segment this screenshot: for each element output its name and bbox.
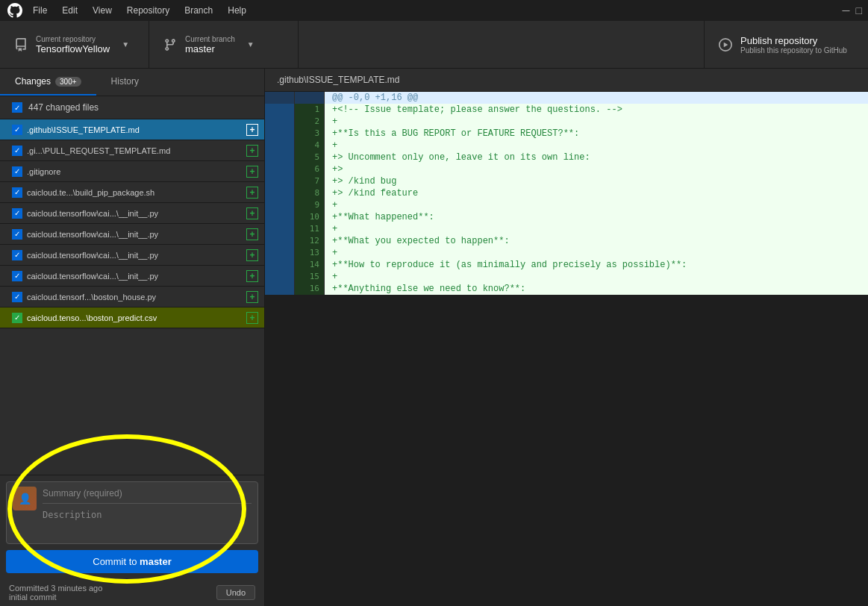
- diff-file-path: .github\ISSUE_TEMPLATE.md: [277, 75, 400, 85]
- add-badge: +: [246, 207, 258, 219]
- diff-line-content: +: [325, 223, 868, 235]
- select-all-checkbox[interactable]: ✓: [12, 102, 22, 113]
- diff-line-content: +**Is this a BUG REPORT or FEATURE REQUE…: [325, 128, 868, 140]
- diff-line-content: +**What you expected to happen**:: [325, 235, 868, 247]
- diff-line-content: +: [325, 140, 868, 152]
- add-badge: +: [246, 228, 258, 240]
- diff-line: 13+: [265, 247, 868, 259]
- file-checkbox[interactable]: ✓: [12, 229, 22, 240]
- left-footer: Committed 3 minutes ago initial commit U…: [0, 579, 264, 606]
- publish-label: Publish repository: [740, 35, 847, 46]
- diff-line-num-new: 5: [295, 152, 325, 163]
- menu-help[interactable]: Help: [222, 3, 252, 18]
- diff-line-content: +<!-- Issue template; please answer the …: [325, 104, 868, 116]
- add-badge: +: [246, 187, 258, 199]
- add-badge: +: [246, 249, 258, 261]
- diff-line-content: +**What happened**:: [325, 211, 868, 223]
- file-checkbox[interactable]: ✓: [12, 146, 22, 156]
- file-checkbox[interactable]: ✓: [12, 250, 22, 260]
- file-checkbox[interactable]: ✓: [12, 271, 22, 281]
- diff-line-num-new: 7: [295, 175, 325, 187]
- diff-line: 2+: [265, 116, 868, 128]
- diff-line-num-old: [265, 235, 295, 247]
- file-item[interactable]: ✓ caicloud.tenso...\boston_predict.csv +: [0, 307, 264, 328]
- diff-line-num-new: 4: [295, 140, 325, 152]
- menu-repository[interactable]: Repository: [121, 3, 175, 18]
- diff-line-num-old: [265, 271, 295, 283]
- diff-line-num-new: 6: [295, 163, 325, 175]
- diff-line-content: +: [325, 247, 868, 259]
- description-input[interactable]: [43, 507, 252, 537]
- diff-line-content: +: [325, 116, 868, 128]
- file-name: caicloud.tensorflow\cai...\__init__.py: [27, 209, 242, 218]
- diff-lines: 1+<!-- Issue template; please answer the…: [265, 104, 868, 295]
- add-badge: +: [246, 291, 258, 303]
- menu-view[interactable]: View: [87, 3, 118, 18]
- diff-line-num-old: [265, 211, 295, 223]
- diff-hunk-header: @@ -0,0 +1,16 @@: [265, 92, 868, 104]
- diff-line: 1+<!-- Issue template; please answer the…: [265, 104, 868, 116]
- publish-text: Publish repository Publish this reposito…: [740, 35, 847, 54]
- diff-line-num-old: [265, 187, 295, 199]
- file-name: caicloud.tensorflow\cai...\__init__.py: [27, 230, 242, 239]
- repo-icon: [12, 36, 30, 54]
- file-item[interactable]: ✓ .gitignore +: [0, 161, 264, 182]
- menu-branch[interactable]: Branch: [178, 3, 219, 18]
- branch-name: master: [185, 43, 235, 54]
- diff-line-content: +>: [325, 163, 868, 175]
- file-item[interactable]: ✓ caicloud.te...\build_pip_package.sh +: [0, 182, 264, 203]
- diff-content[interactable]: @@ -0,0 +1,16 @@ 1+<!-- Issue template; …: [265, 92, 868, 606]
- file-item[interactable]: ✓ caicloud.tensorflow\cai...\__init__.py…: [0, 203, 264, 224]
- repo-name: TensorflowYellow: [36, 43, 110, 54]
- commit-button[interactable]: Commit to master: [6, 550, 258, 573]
- diff-line: 14+**How to reproduce it (as minimally a…: [265, 259, 868, 271]
- diff-line-num-old: [265, 104, 295, 116]
- file-checkbox[interactable]: ✓: [12, 125, 22, 135]
- branch-selector[interactable]: Current branch master ▼: [149, 21, 299, 68]
- add-badge: +: [246, 145, 258, 157]
- diff-line: 16+**Anything else we need to know?**:: [265, 283, 868, 295]
- file-checkbox[interactable]: ✓: [12, 208, 22, 219]
- file-name: caicloud.te...\build_pip_package.sh: [27, 188, 242, 197]
- maximize-button[interactable]: □: [856, 5, 862, 16]
- menu-bar: File Edit View Repository Branch Help ─ …: [0, 0, 868, 21]
- diff-line: 15+: [265, 271, 868, 283]
- file-checkbox[interactable]: ✓: [12, 313, 22, 323]
- tab-history[interactable]: History: [96, 69, 154, 96]
- diff-line-num-old: [265, 152, 295, 163]
- file-item[interactable]: ✓ caicloud.tensorflow\cai...\__init__.py…: [0, 245, 264, 266]
- diff-line-content: +> /kind bug: [325, 175, 868, 187]
- file-item[interactable]: ✓ caicloud.tensorflow\cai...\__init__.py…: [0, 266, 264, 287]
- diff-line: 9+: [265, 199, 868, 211]
- file-name: caicloud.tensorf...\boston_house.py: [27, 293, 242, 302]
- changed-files-count: 447 changed files: [28, 102, 99, 113]
- file-name: .gi...\PULL_REQUEST_TEMPLATE.md: [27, 146, 242, 155]
- window-controls: ─ □: [843, 5, 862, 16]
- diff-line-num-new: 8: [295, 187, 325, 199]
- file-item[interactable]: ✓ .github\ISSUE_TEMPLATE.md +: [0, 119, 264, 140]
- diff-line-num-old: [265, 128, 295, 140]
- repo-selector[interactable]: Current repository TensorflowYellow ▼: [0, 21, 149, 68]
- diff-line-num-new: 12: [295, 235, 325, 247]
- initial-commit-label: initial commit: [9, 593, 102, 602]
- diff-line: 7+> /kind bug: [265, 175, 868, 187]
- undo-button[interactable]: Undo: [216, 585, 255, 600]
- file-name: caicloud.tensorflow\cai...\__init__.py: [27, 251, 242, 260]
- minimize-button[interactable]: ─: [843, 5, 850, 16]
- committed-time: Committed 3 minutes ago: [9, 584, 102, 593]
- main-layout: Changes 300+ History ✓ 447 changed files…: [0, 69, 868, 606]
- file-checkbox[interactable]: ✓: [12, 166, 22, 177]
- file-item[interactable]: ✓ .gi...\PULL_REQUEST_TEMPLATE.md +: [0, 140, 264, 161]
- menu-edit[interactable]: Edit: [56, 3, 84, 18]
- tab-changes[interactable]: Changes 300+: [0, 69, 96, 96]
- file-list-header: ✓ 447 changed files: [0, 96, 264, 119]
- summary-input[interactable]: [43, 487, 252, 500]
- right-panel: .github\ISSUE_TEMPLATE.md @@ -0,0 +1,16 …: [265, 69, 868, 606]
- file-item[interactable]: ✓ caicloud.tensorflow\cai...\__init__.py…: [0, 224, 264, 245]
- publish-section[interactable]: Publish repository Publish this reposito…: [704, 21, 868, 68]
- menu-file[interactable]: File: [27, 3, 53, 18]
- file-checkbox[interactable]: ✓: [12, 187, 22, 198]
- diff-line-num-new: 11: [295, 223, 325, 235]
- file-checkbox[interactable]: ✓: [12, 292, 22, 302]
- file-item[interactable]: ✓ caicloud.tensorf...\boston_house.py +: [0, 287, 264, 307]
